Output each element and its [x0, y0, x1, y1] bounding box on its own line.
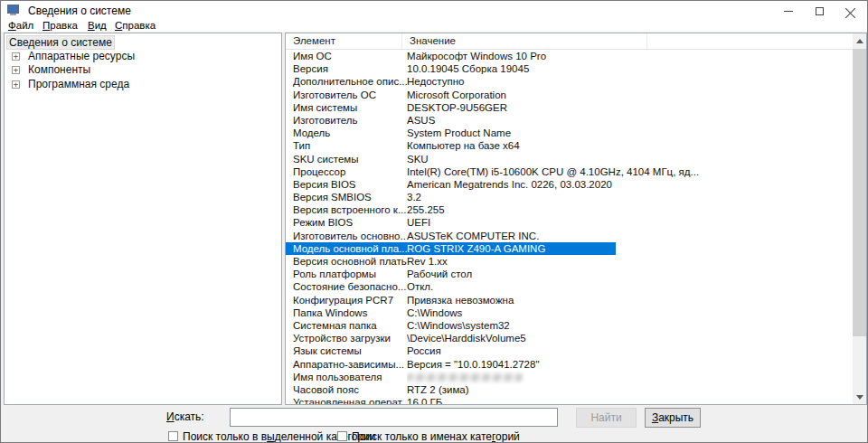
value-cell: Компьютер на базе x64	[407, 139, 853, 152]
table-row[interactable]: Установленная операт... 16,0 ГБ	[286, 396, 853, 405]
scrollbar-thumb[interactable]	[853, 49, 866, 336]
value-cell: 16,0 ГБ	[407, 396, 853, 405]
element-cell: Состояние безопасно...	[286, 280, 407, 293]
table-row[interactable]: Процессор Intel(R) Core(TM) i5-10600K CP…	[286, 165, 853, 178]
table-row[interactable]: Язык системы Россия	[286, 344, 853, 357]
tree-node-components[interactable]: + Компоненты	[5, 63, 281, 77]
value-cell: Версия = "10.0.19041.2728"	[407, 358, 853, 371]
find-button[interactable]: Найти	[576, 408, 637, 428]
maximize-icon	[816, 7, 824, 15]
table-row[interactable]: Состояние безопасно... Откл.	[286, 280, 853, 293]
table-row[interactable]: Часовой пояс RTZ 2 (зима)	[286, 383, 853, 396]
value-cell: RTZ 2 (зима)	[407, 383, 853, 396]
element-cell: Тип	[286, 139, 407, 152]
element-cell: Модель	[286, 127, 407, 139]
tree-node-software-environment[interactable]: + Программная среда	[5, 78, 281, 91]
value-cell: Рабочий стол	[407, 268, 853, 280]
table-row[interactable]: Имя пользователя	[286, 371, 853, 383]
table-row[interactable]: Роль платформы Рабочий стол	[286, 268, 853, 280]
system-info-app-icon	[7, 5, 21, 16]
element-cell: Системная папка	[286, 319, 407, 332]
value-cell: System Product Name	[407, 127, 853, 139]
element-cell: Версия основной платы	[286, 255, 407, 268]
table-row[interactable]: Дополнительное опис... Недоступно	[286, 75, 853, 88]
table-row[interactable]: Модель основной пла... ROG STRIX Z490-A …	[286, 242, 853, 255]
value-cell: \Device\HarddiskVolume5	[407, 332, 853, 344]
close-icon	[845, 6, 855, 16]
element-cell: Имя ОС	[286, 50, 407, 62]
search-input[interactable]	[230, 408, 558, 427]
redacted-value	[407, 373, 523, 382]
expand-icon[interactable]: +	[12, 52, 20, 61]
tree-node-system-summary[interactable]: Сведения о системе	[7, 36, 281, 50]
table-row[interactable]: Версия встроенного к... 255.255	[286, 203, 853, 216]
element-cell: Версия	[286, 62, 407, 75]
table-row[interactable]: Имя системы DESKTOP-9U56GER	[286, 101, 853, 114]
close-button[interactable]	[835, 1, 865, 21]
table-row[interactable]: Версия SMBIOS 3.2	[286, 191, 853, 203]
table-row[interactable]: Аппаратно-зависимы... Версия = "10.0.190…	[286, 358, 853, 371]
value-cell: DESKTOP-9U56GER	[407, 101, 853, 114]
maximize-button[interactable]	[804, 1, 835, 21]
list-header: Элемент Значение	[286, 33, 853, 50]
minimize-button[interactable]	[773, 1, 804, 21]
table-row[interactable]: Имя ОС Майкрософт Windows 10 Pro	[286, 50, 853, 62]
column-header-value[interactable]: Значение	[402, 33, 647, 49]
column-header-element[interactable]: Элемент	[286, 33, 402, 49]
expand-icon[interactable]: +	[12, 66, 20, 74]
scroll-up-icon[interactable]	[853, 33, 866, 48]
scroll-down-icon[interactable]	[853, 390, 866, 404]
element-cell: Конфигурация PCR7	[286, 294, 407, 306]
value-cell: Россия	[407, 344, 853, 357]
value-cell: SKU	[407, 153, 853, 165]
checkbox-icon[interactable]	[168, 431, 178, 441]
table-row[interactable]: Версия основной платы Rev 1.xx	[286, 255, 853, 268]
element-cell: Роль платформы	[286, 268, 407, 280]
window-title: Сведения о системе	[28, 5, 131, 17]
table-row[interactable]: Изготовитель ОС Microsoft Corporation	[286, 89, 853, 101]
table-row[interactable]: Версия BIOS American Megatrends Inc. 022…	[286, 178, 853, 191]
table-row[interactable]: Конфигурация PCR7 Привязка невозможна	[286, 294, 853, 306]
table-row[interactable]: Изготовитель основно... ASUSTeK COMPUTER…	[286, 230, 853, 242]
checkbox-icon[interactable]	[337, 431, 347, 441]
menu-view[interactable]: Вид	[86, 20, 108, 31]
detail-list-pane: Элемент Значение Имя ОС Майкрософт Windo…	[285, 33, 867, 405]
value-cell: ASUS	[407, 114, 853, 127]
element-cell: Язык системы	[286, 344, 407, 357]
element-cell: Имя пользователя	[286, 371, 407, 383]
system-information-window: Сведения о системе Файл Правка Вид Справ…	[0, 0, 868, 443]
value-cell: Привязка невозможна	[407, 294, 853, 306]
table-row[interactable]: Изготовитель ASUS	[286, 114, 853, 127]
list-rows: Имя ОС Майкрософт Windows 10 Pro Версия …	[286, 50, 853, 405]
expand-icon[interactable]: +	[12, 80, 20, 89]
close-search-button[interactable]: Закрыть	[645, 408, 701, 428]
element-cell: Версия встроенного к...	[286, 203, 407, 216]
table-row[interactable]: Папка Windows C:\Windows	[286, 306, 853, 319]
value-cell: UEFI	[407, 216, 853, 229]
value-cell: Intel(R) Core(TM) i5-10600K CPU @ 4.10GH…	[407, 165, 853, 178]
element-cell: Изготовитель	[286, 114, 407, 127]
value-cell: ASUSTeK COMPUTER INC.	[407, 230, 853, 242]
tree-node-hardware-resources[interactable]: + Аппаратные ресурсы	[5, 50, 281, 63]
value-cell: Майкрософт Windows 10 Pro	[407, 50, 853, 62]
element-cell: Дополнительное опис...	[286, 75, 407, 88]
value-cell	[407, 371, 853, 384]
vertical-scrollbar[interactable]	[853, 33, 866, 404]
table-row[interactable]: Тип Компьютер на базе x64	[286, 139, 853, 152]
menu-help[interactable]: Справка	[113, 20, 157, 31]
element-cell: Устройство загрузки	[286, 332, 407, 344]
table-row[interactable]: Версия 10.0.19045 Сборка 19045	[286, 62, 853, 75]
checkbox-search-category-names-only[interactable]: Поиск только в именах категорий	[337, 430, 520, 443]
menu-file[interactable]: Файл	[6, 20, 35, 31]
table-row[interactable]: Устройство загрузки \Device\HarddiskVolu…	[286, 332, 853, 344]
menu-edit[interactable]: Правка	[41, 20, 80, 31]
value-cell: C:\Windows\system32	[407, 319, 853, 332]
element-cell: SKU системы	[286, 153, 407, 165]
value-cell: Откл.	[407, 280, 853, 293]
table-row[interactable]: SKU системы SKU	[286, 153, 853, 165]
value-cell: Недоступно	[407, 75, 853, 88]
table-row[interactable]: Режим BIOS UEFI	[286, 216, 853, 229]
table-row[interactable]: Модель System Product Name	[286, 127, 853, 139]
element-cell: Изготовитель основно...	[286, 230, 407, 242]
table-row[interactable]: Системная папка C:\Windows\system32	[286, 319, 853, 332]
